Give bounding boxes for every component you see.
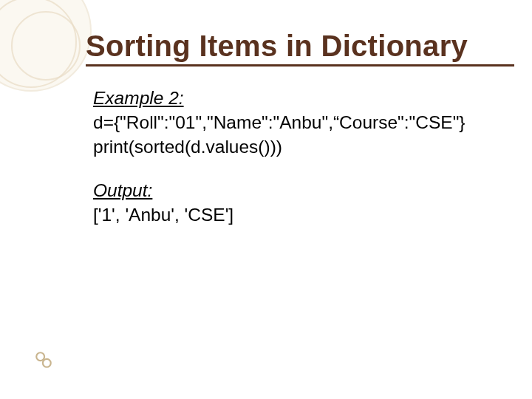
output-label: Output: <box>93 178 517 202</box>
example-label: Example 2: <box>93 86 517 110</box>
example-line-1: d={"Roll":"01","Name":"Anbu",“Course":"C… <box>93 110 517 134</box>
output-block: Output: ['1', 'Anbu', 'CSE'] <box>93 178 517 227</box>
svg-point-1 <box>43 359 51 367</box>
slide: Sorting Items in Dictionary Example 2: d… <box>0 0 532 399</box>
example-block: Example 2: d={"Roll":"01","Name":"Anbu",… <box>93 86 517 159</box>
example-line-2: print(sorted(d.values())) <box>93 134 517 159</box>
output-text: ['1', 'Anbu', 'CSE'] <box>93 202 517 227</box>
svg-point-0 <box>36 352 44 361</box>
slide-title: Sorting Items in Dictionary <box>86 30 514 66</box>
chain-link-icon <box>34 350 53 369</box>
slide-body: Example 2: d={"Roll":"01","Name":"Anbu",… <box>93 86 517 246</box>
